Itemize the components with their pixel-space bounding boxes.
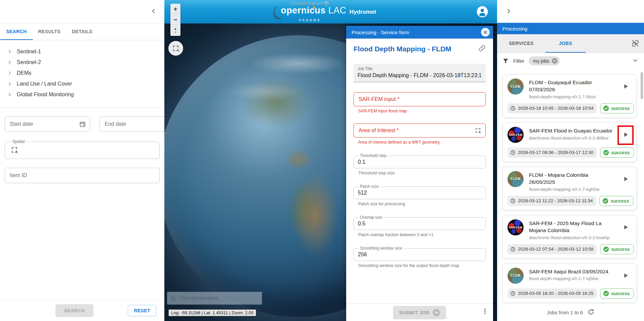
tree-item-sentinel-2[interactable]: Sentinel-2 (7, 57, 164, 68)
zoom-out-button[interactable]: − (170, 14, 180, 25)
job-id: diachronic-flood-detection-v0-3-2-kvwhp (529, 235, 613, 240)
job-card[interactable]: SAR-FEM SAR-FEM Flood in Guayas Ecuador … (502, 122, 637, 162)
threshold-step-field[interactable]: Threshold step 0.1 (354, 153, 486, 168)
tab-services[interactable]: SERVICES (501, 34, 541, 53)
patch-size-value[interactable]: 512 (358, 190, 481, 196)
chevron-right-icon (7, 82, 12, 86)
job-title: FLDM - Mojana Colombia 26/05/2025 (529, 172, 613, 186)
link-icon[interactable] (478, 45, 486, 53)
refresh-icon[interactable] (588, 309, 594, 316)
processing-tabs: SERVICES JOBS (497, 34, 644, 53)
dataset-tree: Sentinel-1 Sentinel-2 DEMs Land Use / La… (0, 40, 164, 103)
tab-jobs[interactable]: JOBS (545, 34, 586, 53)
sar-fem-input-field[interactable]: SAR-FEM input * (354, 92, 486, 106)
job-card[interactable]: FLDM FLDM - Mojana Colombia 26/05/2025 f… (502, 167, 637, 210)
item-id-field[interactable] (5, 168, 160, 183)
submit-job-button[interactable]: SUBMIT JOB (393, 306, 446, 319)
tab-details[interactable]: DETAILS (66, 23, 99, 40)
job-title-field[interactable]: Job Title Flood Depth Mapping - FLDM - 2… (354, 64, 486, 82)
patch-size-field[interactable]: Patch size 512 (354, 184, 486, 199)
check-circle-icon (603, 150, 609, 156)
chevron-right-icon (7, 60, 12, 65)
job-title-value[interactable]: Flood Depth Mapping - FLDM - 2026-03-18T… (358, 72, 482, 78)
copernicus-lac-logo: GeoBrowser opernicus LAC PANAMÁ (273, 0, 346, 22)
smoothing-window-value[interactable]: 256 (358, 252, 481, 258)
filter-chip-label: my jobs (533, 58, 549, 64)
job-card[interactable]: FLDM FLDM - Guayaquil Ecuador 07/03/2026… (502, 74, 637, 118)
remove-filter-icon[interactable]: ✕ (552, 58, 557, 64)
collapse-left-panel-icon[interactable] (149, 7, 158, 16)
job-card[interactable]: FLDM SAR-FEM Itaqui Brazil 03/05/2024 fl… (502, 263, 637, 303)
tree-item-dems[interactable]: DEMs (7, 68, 164, 78)
job-status-badge: success (600, 148, 634, 158)
tree-item-sentinel-1[interactable]: Sentinel-1 (7, 46, 164, 57)
run-job-icon[interactable] (623, 132, 629, 139)
draw-aoi-button[interactable] (168, 41, 183, 56)
collapse-right-panel-icon[interactable] (504, 7, 513, 16)
check-circle-icon (602, 198, 608, 204)
run-job-icon[interactable] (623, 84, 629, 90)
processing-panel-title: Processing (497, 23, 644, 34)
spatial-field[interactable]: Spatial (5, 139, 160, 159)
tree-item-land-use[interactable]: Land Use / Land Cover (7, 78, 164, 89)
job-title: FLDM - Guayaquil Ecuador 07/03/2026 (529, 79, 613, 93)
end-date-input[interactable] (105, 121, 174, 127)
filter-chip-my-jobs[interactable]: my jobs ✕ (529, 56, 559, 65)
job-avatar: FLDM (507, 268, 524, 284)
location-search-input[interactable] (179, 295, 259, 302)
coordinates-status-bar: Lng: -59.31286 | Lat: 1.45311 | Zoom: 2.… (168, 309, 257, 317)
start-date-field[interactable] (5, 116, 90, 132)
job-play-wrap (619, 78, 632, 95)
filter-icon[interactable] (502, 58, 509, 64)
run-job-icon[interactable] (623, 273, 629, 279)
job-card[interactable]: SAR-FEM SAR-FEM - 2025 May Flood La Moja… (502, 215, 637, 259)
zoom-in-button[interactable]: + (170, 4, 180, 14)
draw-area-icon[interactable] (12, 147, 17, 153)
overlap-size-field[interactable]: Overlap size 0.5 (354, 215, 486, 230)
spatial-label: Spatial (11, 139, 26, 144)
draw-area-icon[interactable] (476, 128, 480, 133)
user-avatar-icon[interactable] (476, 6, 488, 18)
scrollbar-thumb[interactable] (641, 72, 643, 99)
processing-panel: Processing SERVICES JOBS Filter my jobs … (497, 0, 644, 321)
unlink-icon[interactable] (631, 39, 639, 48)
reset-button[interactable]: RESET (128, 305, 156, 316)
left-panel-footer: SEARCH RESET (0, 300, 164, 321)
patch-size-helper: Patch size for processing (358, 202, 486, 206)
threshold-step-helper: Threshold step size (358, 171, 486, 175)
left-panel-topstrip (0, 0, 164, 23)
chevron-right-icon (7, 49, 12, 54)
threshold-step-value[interactable]: 0.1 (358, 159, 481, 165)
search-icon (170, 295, 176, 302)
area-of-interest-field[interactable]: Area of Interest * (354, 123, 486, 138)
search-button[interactable]: SEARCH (55, 304, 94, 317)
submit-job-label: SUBMIT JOB (399, 310, 429, 315)
item-id-input[interactable] (10, 172, 155, 178)
smoothing-window-field[interactable]: Smoothing window size 256 (354, 246, 486, 261)
clock-icon (510, 150, 516, 155)
run-job-icon[interactable] (623, 176, 629, 183)
service-title: Flood Depth Mapping - FLDM (354, 45, 451, 53)
tilt-toggle-button[interactable]: ▲ ▼ (170, 25, 180, 36)
calendar-icon[interactable] (79, 121, 86, 127)
close-icon[interactable]: ✕ (481, 28, 490, 37)
tab-search[interactable]: SEARCH (0, 23, 33, 40)
jobs-list[interactable]: FLDM FLDM - Guayaquil Ecuador 07/03/2026… (497, 69, 644, 304)
job-status-badge: success (600, 288, 634, 299)
area-of-interest-helper: Area of interest defined as a WKT geomet… (358, 140, 486, 145)
tab-results[interactable]: RESULTS (33, 23, 66, 40)
job-avatar: FLDM (507, 171, 524, 187)
filter-label: Filter (513, 58, 524, 64)
overlap-size-value[interactable]: 0.5 (358, 221, 481, 227)
chevron-down-icon[interactable] (632, 57, 639, 65)
job-avatar: SAR-FEM (507, 219, 524, 235)
start-date-input[interactable] (10, 121, 79, 127)
run-job-icon[interactable] (623, 224, 629, 231)
more-options-icon[interactable] (484, 309, 486, 314)
tree-item-global-flood-monitoring[interactable]: Global Flood Monitoring (7, 89, 164, 100)
tilt-down-icon: ▼ (174, 31, 177, 34)
map-zoom-control: + − ▲ ▼ (170, 4, 180, 36)
job-title-label: Job Title (358, 66, 482, 71)
job-title: SAR-FEM Flood in Guayas Ecuador (529, 127, 613, 135)
location-search-box[interactable] (167, 292, 262, 305)
